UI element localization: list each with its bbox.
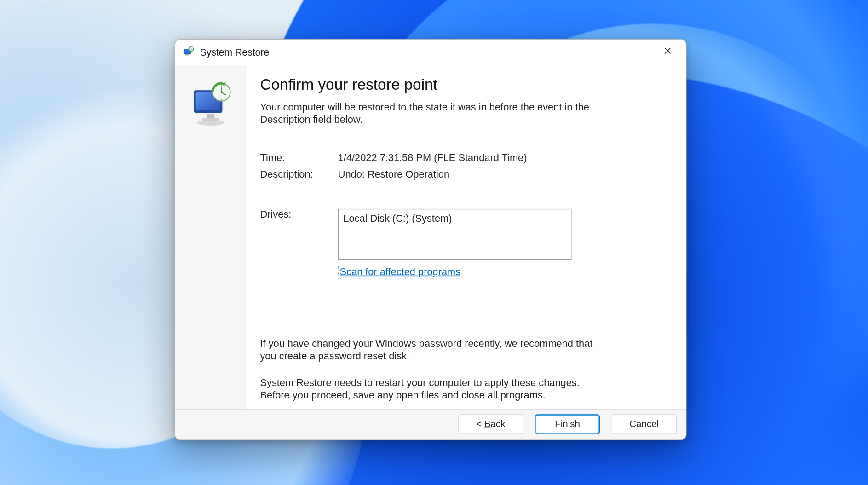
- cancel-button[interactable]: Cancel: [612, 414, 677, 434]
- password-note: If you have changed your Windows passwor…: [260, 337, 602, 362]
- close-button[interactable]: [654, 41, 681, 60]
- back-button-accel: B: [484, 419, 491, 429]
- dialog-footer: < Back Finish Cancel: [175, 409, 686, 439]
- drives-list[interactable]: Local Disk (C:) (System): [338, 208, 572, 259]
- page-heading: Confirm your restore point: [260, 75, 653, 94]
- back-button-prefix: <: [476, 419, 484, 429]
- details-grid: Time: 1/4/2022 7:31:58 PM (FLE Standard …: [260, 152, 653, 278]
- restart-note: System Restore needs to restart your com…: [260, 376, 590, 401]
- time-label: Time:: [260, 152, 335, 164]
- lead-text: Your computer will be restored to the st…: [260, 101, 590, 126]
- cancel-button-label: Cancel: [629, 419, 659, 429]
- system-restore-icon: [187, 81, 234, 129]
- svg-rect-1: [185, 54, 190, 55]
- drives-label: Drives:: [260, 208, 335, 278]
- scan-affected-programs-label: Scan for affected programs: [340, 266, 461, 277]
- description-value: Undo: Restore Operation: [338, 168, 653, 180]
- time-value: 1/4/2022 7:31:58 PM (FLE Standard Time): [338, 152, 653, 164]
- dialog-content: Confirm your restore point Your computer…: [175, 64, 686, 409]
- back-button-suffix: ack: [491, 419, 506, 429]
- system-restore-app-icon: [182, 46, 194, 58]
- sidebar-illustration-pane: [175, 65, 246, 409]
- svg-rect-5: [201, 118, 219, 121]
- system-restore-dialog: System Restore: [175, 39, 687, 440]
- main-pane: Confirm your restore point Your computer…: [246, 65, 686, 409]
- scan-affected-programs-link[interactable]: Scan for affected programs: [338, 265, 462, 278]
- titlebar[interactable]: System Restore: [175, 40, 686, 64]
- description-label: Description:: [260, 168, 335, 180]
- drives-item: Local Disk (C:) (System): [343, 213, 452, 224]
- finish-button[interactable]: Finish: [535, 414, 600, 434]
- close-icon: [664, 46, 672, 55]
- back-button[interactable]: < Back: [458, 414, 523, 434]
- finish-button-label: Finish: [555, 419, 580, 429]
- window-title: System Restore: [200, 46, 270, 58]
- drives-cell: Local Disk (C:) (System) Scan for affect…: [338, 208, 653, 278]
